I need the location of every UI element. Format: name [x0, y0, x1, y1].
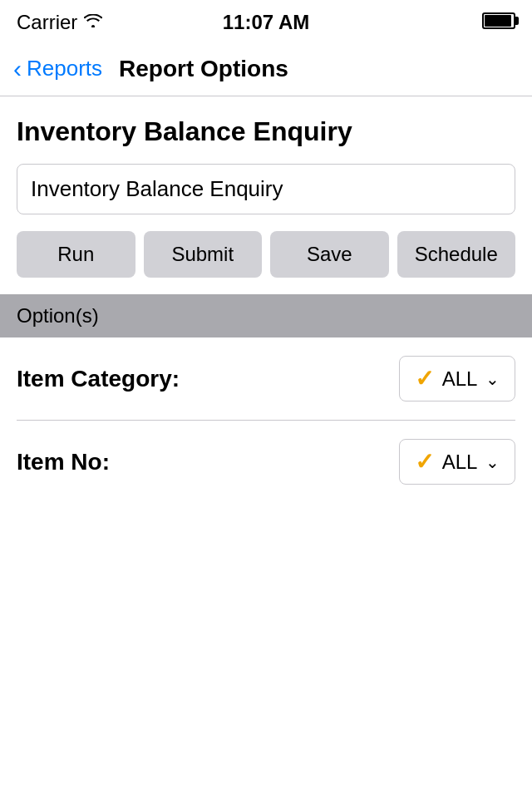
option-row-item-no: Item No: ✓ ALL ⌄ — [17, 421, 515, 503]
item-no-control[interactable]: ✓ ALL ⌄ — [399, 439, 515, 485]
item-category-checkmark-icon: ✓ — [415, 365, 434, 392]
page-content: Inventory Balance Enquiry Run Submit Sav… — [0, 96, 532, 503]
save-button[interactable]: Save — [270, 231, 389, 278]
item-category-value: ALL — [442, 367, 478, 391]
report-title: Inventory Balance Enquiry — [17, 116, 515, 147]
battery-indicator — [482, 11, 515, 34]
back-label: Reports — [27, 56, 102, 81]
item-no-checkmark-icon: ✓ — [415, 448, 434, 475]
run-button[interactable]: Run — [17, 231, 135, 278]
action-buttons: Run Submit Save Schedule — [17, 231, 515, 278]
item-no-value: ALL — [442, 451, 478, 474]
status-bar: Carrier 11:07 AM — [0, 0, 532, 42]
item-no-chevron-icon: ⌄ — [485, 452, 500, 472]
status-time: 11:07 AM — [223, 11, 309, 34]
chevron-left-icon: ‹ — [13, 57, 22, 81]
item-category-label: Item Category: — [17, 366, 180, 392]
item-category-control[interactable]: ✓ ALL ⌄ — [399, 356, 515, 401]
carrier-label: Carrier — [17, 11, 77, 34]
wifi-icon — [84, 14, 102, 32]
option-row-item-category: Item Category: ✓ ALL ⌄ — [17, 337, 515, 421]
options-list: Item Category: ✓ ALL ⌄ Item No: ✓ ALL ⌄ — [17, 337, 515, 503]
schedule-button[interactable]: Schedule — [397, 231, 516, 278]
submit-button[interactable]: Submit — [144, 231, 263, 278]
report-name-input[interactable] — [17, 164, 515, 214]
nav-bar: ‹ Reports Report Options — [0, 42, 532, 96]
options-section-header: Option(s) — [0, 294, 532, 337]
item-category-chevron-icon: ⌄ — [485, 369, 500, 389]
page-title: Report Options — [119, 56, 288, 82]
carrier-info: Carrier — [17, 11, 102, 34]
item-no-label: Item No: — [17, 449, 110, 475]
back-button[interactable]: ‹ Reports — [13, 56, 102, 81]
